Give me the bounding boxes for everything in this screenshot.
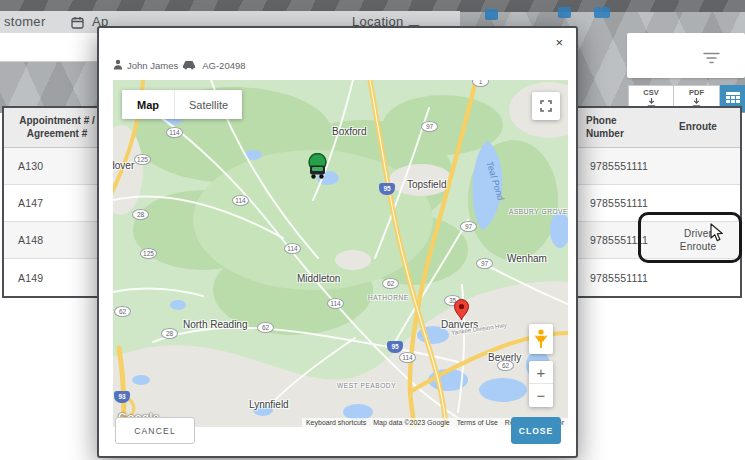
- route-shield: 114: [284, 243, 301, 254]
- route-shield: 114: [399, 352, 416, 363]
- map-label-andover: Andover: [113, 160, 134, 171]
- partial-toolbar-icon: [485, 9, 498, 20]
- search-strip: [0, 33, 97, 62]
- map-type-control: Map Satellite: [122, 90, 242, 119]
- car-icon: [182, 60, 196, 72]
- zoom-in-button[interactable]: +: [529, 361, 553, 384]
- map-label-boxford: Boxford: [332, 126, 366, 137]
- partial-toolbar-icon: [594, 7, 610, 18]
- route-shield: 114: [232, 195, 249, 206]
- route-shield: 97: [476, 258, 493, 269]
- map-label-lynnfield: Lynnfield: [249, 399, 289, 410]
- vehicle-id: AG-20498: [202, 60, 245, 71]
- fullscreen-button[interactable]: [532, 92, 560, 120]
- appointment-cell: A147: [4, 185, 110, 221]
- csv-label: CSV: [643, 88, 658, 97]
- enroute-cell: [656, 259, 740, 296]
- map-label-west-peabody: WEST PEABODY: [337, 382, 396, 389]
- route-shield: 114: [166, 127, 183, 138]
- tab-customer[interactable]: stomer: [4, 14, 46, 29]
- route-shield: 62: [114, 306, 131, 317]
- destination-pin-icon[interactable]: [453, 298, 470, 325]
- appointment-cell: A149: [4, 259, 110, 296]
- route-shield: 97: [460, 221, 477, 232]
- interstate-shield: 95: [387, 341, 403, 353]
- phone-cell: 9785551111: [576, 148, 656, 184]
- route-shield: 125: [134, 154, 151, 165]
- route-shield: 114: [327, 298, 344, 309]
- enroute-cell: [656, 148, 740, 184]
- cursor-icon: [710, 223, 726, 247]
- close-button[interactable]: CLOSE: [511, 417, 561, 444]
- zoom-out-button[interactable]: −: [529, 384, 553, 407]
- partial-toolbar-icon: [558, 7, 571, 18]
- filter-panel: [627, 33, 745, 78]
- cancel-button[interactable]: CANCEL: [115, 417, 195, 444]
- truck-marker-icon[interactable]: [306, 153, 329, 184]
- map-label-asbury-grove: ASBURY GROVE: [509, 208, 568, 215]
- pegman-control[interactable]: [529, 324, 553, 354]
- pdf-label: PDF: [689, 88, 704, 97]
- col-phone[interactable]: Phone Number: [576, 108, 656, 147]
- table-grid-icon: [726, 90, 740, 108]
- appointment-cell: A130: [4, 148, 110, 184]
- filter-icon[interactable]: [703, 50, 720, 68]
- driver-location-modal: × John James AG-20498: [97, 26, 578, 458]
- map-label-wenham: Wenham: [507, 253, 547, 264]
- map-label-middleton: Middleton: [297, 273, 340, 284]
- route-shield: 62: [497, 360, 514, 371]
- close-icon[interactable]: ×: [555, 36, 563, 49]
- app-screen: stomer Ap Location CSV PDF: [0, 0, 745, 460]
- calendar-icon: [71, 15, 84, 33]
- driver-name: John James: [127, 60, 178, 71]
- fullscreen-icon: [540, 100, 552, 112]
- col-appointment[interactable]: Appointment # / Agreement #: [4, 108, 110, 147]
- route-shield: 28: [161, 328, 178, 339]
- modal-footer: CANCEL CLOSE: [99, 410, 576, 456]
- google-map[interactable]: Andover Boxford Topsfield Teal Pond ASBU…: [113, 80, 568, 427]
- map-label-hathorne: HATHORNE: [368, 294, 409, 301]
- route-shield: 125: [140, 248, 157, 259]
- route-shield: 97: [421, 121, 438, 132]
- map-label-north-reading: North Reading: [183, 319, 247, 330]
- enroute-highlight-box: [638, 212, 742, 263]
- col-enroute[interactable]: Enroute: [656, 108, 740, 147]
- map-label-topsfield: Topsfield: [407, 179, 446, 190]
- route-shield: 62: [257, 322, 274, 333]
- map-type-satellite[interactable]: Satellite: [174, 90, 242, 119]
- map-type-map[interactable]: Map: [122, 90, 174, 119]
- route-shield: 28: [132, 209, 149, 220]
- route-shield: 62: [382, 278, 399, 289]
- phone-cell: 9785551111: [576, 259, 656, 296]
- interstate-shield: 93: [114, 391, 130, 403]
- zoom-control: + −: [529, 361, 553, 407]
- driver-info: John James AG-20498: [113, 59, 246, 72]
- appointment-cell: A148: [4, 222, 110, 258]
- pegman-icon: [535, 329, 547, 349]
- interstate-shield: 95: [379, 183, 395, 195]
- person-icon: [113, 59, 123, 72]
